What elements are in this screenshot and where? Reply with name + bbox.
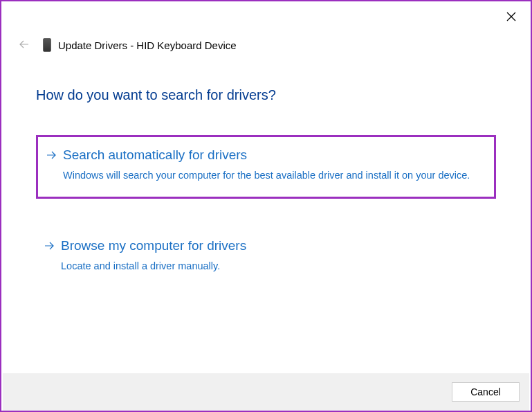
page-heading: How do you want to search for drivers? <box>36 87 531 103</box>
device-icon <box>43 38 51 52</box>
option-search-automatically[interactable]: Search automatically for drivers Windows… <box>36 135 496 199</box>
close-button[interactable] <box>504 10 518 24</box>
cancel-button[interactable]: Cancel <box>452 382 520 402</box>
window-header: Update Drivers - HID Keyboard Device <box>1 1 531 53</box>
arrow-right-icon <box>44 240 54 253</box>
option-title: Browse my computer for drivers <box>61 238 484 255</box>
option-browse-computer[interactable]: Browse my computer for drivers Locate an… <box>36 228 496 280</box>
option-description: Windows will search your computer for th… <box>63 168 481 183</box>
option-description: Locate and install a driver manually. <box>61 259 484 274</box>
window-title: Update Drivers - HID Keyboard Device <box>58 39 237 51</box>
close-icon <box>506 12 516 21</box>
back-arrow-icon[interactable] <box>18 37 30 53</box>
dialog-footer: Cancel <box>3 373 529 411</box>
option-content: Search automatically for drivers Windows… <box>63 147 481 183</box>
option-title: Search automatically for drivers <box>63 147 481 164</box>
arrow-right-icon <box>46 150 56 162</box>
option-content: Browse my computer for drivers Locate an… <box>61 238 484 274</box>
